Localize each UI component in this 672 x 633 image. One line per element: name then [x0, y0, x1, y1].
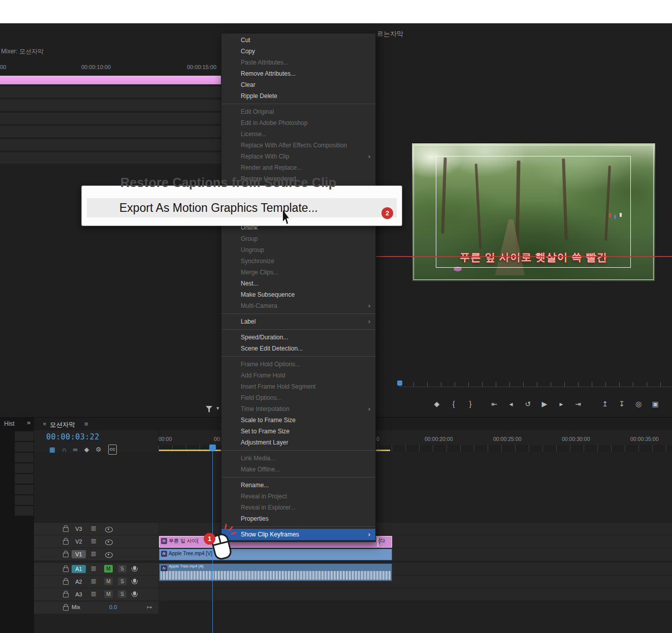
history-item[interactable] — [15, 506, 34, 516]
nested-sequence-toggle[interactable]: ▦ — [49, 446, 55, 454]
toggle-track-output-icon[interactable] — [105, 527, 113, 532]
menu-item-remove-attributes[interactable]: Remove Attributes... — [221, 68, 375, 79]
mute-button-a2[interactable]: M — [104, 578, 113, 585]
caption-clip-2[interactable]: (다 — [378, 536, 392, 548]
tab-close-icon[interactable]: × — [43, 420, 47, 428]
voiceover-record-icon[interactable] — [133, 579, 136, 583]
timeline-settings-button[interactable]: ⚙ — [95, 446, 101, 454]
history-item[interactable] — [15, 431, 34, 441]
menu-item-ripple-delete[interactable]: Ripple Delete — [221, 90, 375, 102]
lock-icon[interactable] — [63, 553, 69, 557]
source-patch-icon[interactable]: ▥ — [91, 537, 96, 544]
menu-item-speed-duration[interactable]: Speed/Duration... — [221, 332, 375, 343]
mark-out-button[interactable]: } — [465, 398, 475, 409]
export-frame-button[interactable]: ◎ — [633, 398, 644, 409]
menu-item-set-to-frame-size[interactable]: Set to Frame Size — [221, 426, 375, 437]
sequence-tab[interactable]: 모션자막 — [50, 421, 75, 429]
play-in-to-out-button[interactable]: ↺ — [523, 398, 533, 409]
menu-item-properties[interactable]: Properties — [221, 513, 375, 524]
comparison-view-button[interactable]: ▣ — [650, 398, 660, 409]
history-item[interactable] — [15, 485, 34, 494]
menu-item-label: Time Interpolation — [241, 405, 290, 413]
snap-toggle[interactable]: ∩ — [62, 446, 67, 454]
menu-item-show-clip-keyframes[interactable]: Show Clip Keyframes› — [221, 529, 375, 540]
source-patch-icon[interactable]: ▥ — [91, 590, 96, 597]
monitor-mini-timeline[interactable] — [400, 382, 672, 387]
menu-item-rename[interactable]: Rename... — [221, 480, 375, 491]
callout-highlight-band[interactable]: Export As Motion Graphics Template... — [87, 198, 397, 217]
mix-level-value[interactable]: 0.0 — [109, 604, 117, 610]
lock-icon[interactable] — [63, 593, 69, 597]
lock-icon[interactable] — [63, 567, 69, 572]
mark-in-button[interactable]: { — [449, 398, 459, 409]
menu-item-cut[interactable]: Cut — [221, 35, 375, 46]
go-to-in-button[interactable]: ⇤ — [489, 398, 499, 409]
track-name-a3[interactable]: A3 — [72, 590, 86, 598]
history-item[interactable] — [15, 453, 34, 462]
history-panel-tab[interactable]: Hist — [4, 420, 15, 427]
toggle-track-output-icon[interactable] — [105, 552, 113, 558]
audio-clip[interactable]: fxApple Tree.mp4 [A] — [159, 563, 392, 581]
menu-item-scene-edit-detection[interactable]: Scene Edit Detection... — [221, 343, 375, 354]
mixer-track-bar[interactable] — [0, 76, 222, 84]
track-a3-content[interactable] — [159, 588, 672, 600]
lock-icon[interactable] — [63, 580, 69, 585]
add-marker-button[interactable]: ◆ — [84, 446, 89, 454]
history-item[interactable] — [15, 442, 34, 452]
menu-item-scale-to-frame-size[interactable]: Scale to Frame Size — [221, 415, 375, 426]
menu-item-frame-hold-options: Frame Hold Options... — [221, 359, 375, 370]
add-marker-button[interactable]: ◆ — [432, 398, 442, 409]
solo-button-a3[interactable]: S — [118, 590, 126, 598]
menu-item-adjustment-layer[interactable]: Adjustment Layer — [221, 437, 375, 448]
go-to-out-button[interactable]: ⇥ — [573, 398, 583, 409]
mute-button-a1[interactable]: M — [104, 565, 113, 573]
history-item[interactable] — [15, 474, 34, 484]
solo-button-a1[interactable]: S — [118, 565, 126, 573]
history-item[interactable] — [15, 495, 34, 505]
menu-item-copy[interactable]: Copy — [221, 46, 375, 57]
play-button[interactable]: ▶ — [539, 398, 550, 409]
menu-item-make-subsequence[interactable]: Make Subsequence — [221, 289, 375, 300]
voiceover-record-icon[interactable] — [133, 566, 136, 570]
monitor-playhead[interactable] — [397, 381, 402, 386]
playhead-timecode[interactable]: 00:00:03:22 — [46, 432, 100, 441]
track-name-v1[interactable]: V1 — [72, 550, 86, 558]
source-patch-icon[interactable]: ▥ — [91, 550, 96, 557]
program-monitor-video[interactable]: 푸른 잎 사이로 햇살이 쏙 빨간 — [411, 143, 656, 282]
lock-icon[interactable] — [63, 606, 69, 611]
linked-selection-toggle[interactable]: ∞ — [73, 446, 78, 454]
source-patch-icon[interactable]: ▥ — [91, 525, 96, 531]
submenu-arrow-icon: › — [368, 300, 370, 311]
menu-item-clear[interactable]: Clear — [221, 79, 375, 90]
step-forward-button[interactable]: ▸ — [556, 398, 566, 409]
menu-item-label[interactable]: Label› — [221, 316, 375, 327]
source-patch-icon[interactable]: ▥ — [91, 578, 96, 584]
history-item[interactable] — [15, 463, 34, 473]
filter-funnel-icon[interactable] — [206, 406, 212, 413]
captions-menu-button[interactable]: CC — [108, 445, 117, 455]
track-name-a1[interactable]: A1 — [72, 565, 86, 573]
voiceover-record-icon[interactable] — [133, 591, 136, 595]
track-name-v2[interactable]: V2 — [72, 537, 86, 546]
mute-button-a3[interactable]: M — [104, 590, 113, 598]
source-patch-icon[interactable]: ▥ — [91, 565, 96, 572]
track-name-v3[interactable]: V3 — [72, 525, 86, 533]
panel-expand-chevrons[interactable]: » — [27, 419, 30, 426]
panel-menu-icon[interactable]: ≡ — [84, 420, 88, 428]
solo-button-a2[interactable]: S — [118, 578, 126, 585]
track-name-a2[interactable]: A2 — [72, 578, 86, 586]
window-titlebar — [0, 0, 672, 23]
lift-button[interactable]: ↥ — [600, 398, 610, 409]
filter-caret-icon[interactable]: ▾ — [216, 405, 219, 412]
extract-button[interactable]: ↧ — [617, 398, 627, 409]
video-clip[interactable]: fxApple Tree.mp4 [V] — [159, 549, 392, 560]
mixer-channel-row — [0, 113, 221, 124]
keyframe-nav-icon[interactable]: ↦ — [147, 604, 152, 611]
toggle-track-output-icon[interactable] — [105, 540, 113, 545]
menu-item-nest[interactable]: Nest... — [221, 278, 375, 289]
lock-icon[interactable] — [63, 540, 69, 545]
lock-icon[interactable] — [63, 527, 69, 532]
menu-item-label: Label — [241, 318, 255, 325]
export-as-motion-graphics-template-item[interactable]: Export As Motion Graphics Template... — [119, 198, 318, 217]
step-back-button[interactable]: ◂ — [506, 398, 516, 409]
